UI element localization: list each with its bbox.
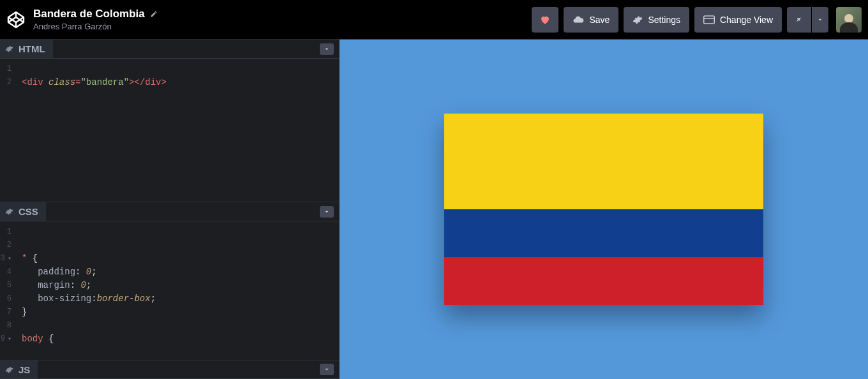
like-button[interactable]	[532, 7, 558, 33]
settings-button[interactable]: Settings	[624, 7, 689, 33]
main: HTML 1 2 <div class="bandera"></div>	[0, 40, 868, 379]
pen-title[interactable]: Bandera de Colombia	[33, 8, 145, 20]
panel-menu-button[interactable]	[320, 364, 334, 375]
gear-icon	[632, 15, 643, 25]
preview-pane	[340, 40, 868, 379]
edit-title-icon[interactable]	[150, 10, 158, 18]
codepen-logo[interactable]	[6, 10, 26, 29]
gutter: 1 2	[0, 59, 17, 202]
save-button[interactable]: Save	[564, 7, 618, 33]
code-content: <div class="bandera"></div>	[17, 59, 172, 202]
html-panel-header: HTML	[0, 40, 339, 59]
gear-icon[interactable]	[5, 207, 13, 216]
css-panel: CSS 1 2 3 ▾ 4 5 6 7 8 9 ▾	[0, 202, 339, 360]
chevron-down-icon	[817, 17, 823, 23]
html-panel: HTML 1 2 <div class="bandera"></div>	[0, 40, 339, 202]
flag-stripe-yellow	[444, 114, 763, 209]
panel-menu-button[interactable]	[320, 206, 334, 218]
html-editor[interactable]: 1 2 <div class="bandera"></div>	[0, 59, 339, 202]
change-view-button[interactable]: Change View	[694, 7, 782, 33]
change-view-label: Change View	[720, 15, 773, 25]
avatar[interactable]	[836, 7, 862, 33]
author-name[interactable]: Andres Parra Garzón	[33, 22, 532, 31]
svg-rect-3	[704, 16, 715, 24]
gutter: 1 2 3 ▾ 4 5 6 7 8 9 ▾	[0, 221, 17, 360]
flag-stripe-blue	[444, 209, 763, 257]
pin-icon	[795, 15, 804, 24]
flag-colombia	[444, 114, 763, 305]
js-panel-header: JS	[0, 360, 339, 379]
pin-button[interactable]	[787, 7, 811, 33]
panel-title: CSS	[19, 206, 38, 217]
panel-menu-button[interactable]	[320, 43, 334, 55]
css-editor[interactable]: 1 2 3 ▾ 4 5 6 7 8 9 ▾ * { padding: 0; ma…	[0, 221, 339, 360]
gear-icon[interactable]	[5, 366, 13, 374]
heart-icon	[539, 14, 551, 26]
settings-label: Settings	[648, 15, 680, 25]
app-header: Bandera de Colombia Andres Parra Garzón …	[0, 0, 868, 40]
cloud-icon	[572, 14, 584, 26]
save-label: Save	[589, 15, 610, 25]
editors-column: HTML 1 2 <div class="bandera"></div>	[0, 40, 340, 379]
panel-title: JS	[19, 364, 30, 375]
code-content: * { padding: 0; margin: 0; box-sizing:bo…	[17, 221, 161, 360]
js-panel: JS	[0, 360, 339, 379]
flag-stripe-red	[444, 257, 763, 305]
panel-title: HTML	[19, 43, 45, 54]
gear-icon[interactable]	[5, 45, 13, 53]
layout-icon	[703, 15, 715, 24]
pin-dropdown-button[interactable]	[812, 7, 828, 33]
header-actions: Save Settings Change View	[532, 7, 862, 33]
pin-group	[787, 7, 828, 33]
css-panel-header: CSS	[0, 202, 339, 221]
title-block: Bandera de Colombia Andres Parra Garzón	[33, 8, 532, 31]
